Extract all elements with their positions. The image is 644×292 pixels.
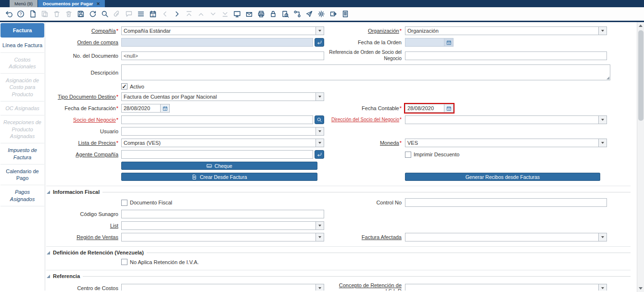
resize-grip-icon[interactable] xyxy=(606,76,609,79)
chevron-down-icon[interactable] xyxy=(598,27,606,35)
codigo-sunagro-input[interactable] xyxy=(121,210,324,218)
moneda-combobox[interactable]: VES xyxy=(405,139,607,147)
chevron-down-icon[interactable] xyxy=(316,284,324,291)
agente-compania-lookup-button[interactable] xyxy=(315,150,324,159)
sidebar-tab-calendario-de-pago[interactable]: Calendario de Pago xyxy=(0,165,44,186)
agente-compania-label[interactable]: Agente Compañía xyxy=(45,152,121,157)
socio-negocio-search-button[interactable] xyxy=(315,115,324,124)
orden-compra-lookup-button[interactable] xyxy=(315,38,324,47)
region-ventas-combobox[interactable] xyxy=(121,233,324,241)
chevron-down-icon[interactable] xyxy=(598,139,606,147)
chevron-down-icon[interactable] xyxy=(316,127,324,135)
chevron-down-icon[interactable] xyxy=(316,233,324,241)
close-tab-icon[interactable]: ✕ xyxy=(97,1,101,6)
vertical-scrollbar[interactable] xyxy=(637,22,644,292)
help-button[interactable] xyxy=(15,8,26,20)
fecha-facturacion-datefield[interactable] xyxy=(121,104,170,113)
calendar-icon[interactable] xyxy=(444,104,454,113)
activo-checkbox[interactable]: ✓ Activo xyxy=(121,83,144,89)
generar-recibos-button[interactable]: Generar Recibos desde Facturas xyxy=(405,173,600,181)
list-label[interactable]: List xyxy=(45,223,121,229)
direccion-socio-label[interactable]: Dirección del Socio del Negocio* xyxy=(324,117,405,123)
sidebar-tab-factura[interactable]: Factura xyxy=(0,23,44,38)
chevron-down-icon[interactable] xyxy=(316,222,324,229)
no-aplica-retencion-iva-checkbox[interactable]: No Aplica Retención de I.V.A. xyxy=(121,259,199,265)
chevron-down-icon[interactable] xyxy=(316,93,324,101)
factura-afectada-combobox[interactable] xyxy=(405,233,607,241)
chevron-down-icon[interactable] xyxy=(598,284,606,291)
section-referencia[interactable]: Referencia xyxy=(46,270,631,279)
referencia-orden-input[interactable] xyxy=(405,51,607,60)
send-request-button[interactable] xyxy=(303,8,315,20)
crear-desde-factura-button[interactable]: Crear Desde Factura xyxy=(121,173,317,181)
calendar-button[interactable] xyxy=(147,8,159,20)
centro-costos-label[interactable]: Centro de Costos xyxy=(45,285,121,291)
sidebar-tab-pagos-asignados[interactable]: Pagos Asignados xyxy=(0,185,44,206)
organizacion-combobox[interactable]: Organización xyxy=(405,26,607,35)
scrollbar-thumb[interactable] xyxy=(638,30,644,121)
collapse-icon[interactable] xyxy=(47,275,50,278)
export-button[interactable] xyxy=(328,8,339,20)
tipo-documento-label[interactable]: Tipo Documento Destino* xyxy=(45,94,121,100)
refresh-button[interactable] xyxy=(87,8,99,20)
tipo-documento-combobox[interactable]: Factura de Cuentas por Pagar Nacional xyxy=(121,92,324,101)
grid-toggle-button[interactable] xyxy=(135,8,147,20)
list-combobox[interactable] xyxy=(121,221,324,230)
section-definicion-retencion[interactable]: Definición de Retención (Venezuela) xyxy=(46,246,631,255)
archive-button[interactable] xyxy=(243,8,255,20)
socio-negocio-input[interactable] xyxy=(121,115,313,124)
help-icon xyxy=(17,10,25,18)
preferences-button[interactable] xyxy=(316,8,327,20)
socio-negocio-label[interactable]: Socio del Negocio* xyxy=(45,117,121,123)
usuario-combobox[interactable] xyxy=(121,127,324,136)
descripcion-textarea[interactable] xyxy=(121,64,610,80)
region-ventas-label[interactable]: Región de Ventas xyxy=(45,234,121,240)
fecha-contable-datefield[interactable] xyxy=(405,104,454,113)
control-no-input[interactable] xyxy=(405,198,607,207)
section-informacion-fiscal[interactable]: Informacion Fiscal xyxy=(46,186,631,195)
workflow-button[interactable] xyxy=(291,8,303,20)
compania-combobox[interactable]: Compañía Estándar xyxy=(121,26,324,35)
collapse-icon[interactable] xyxy=(47,251,50,254)
no-documento-input[interactable] xyxy=(121,51,324,60)
zoom-across-button[interactable] xyxy=(279,8,291,20)
tab-menu[interactable]: Menú (9) xyxy=(10,0,38,7)
documento-fiscal-checkbox[interactable]: Documento Fiscal xyxy=(121,200,172,206)
sidebar-tab-linea-de-factura[interactable]: Línea de Factura xyxy=(0,38,44,52)
save-button[interactable] xyxy=(75,8,87,20)
find-button[interactable] xyxy=(99,8,111,20)
tab-documentos-por-pagar[interactable]: Documentos por Pagar ✕ xyxy=(38,0,105,7)
lista-precios-label[interactable]: Lista de Precios* xyxy=(45,140,121,146)
lock-button[interactable] xyxy=(267,8,279,20)
moneda-label[interactable]: Moneda* xyxy=(324,140,405,146)
concepto-islr-label[interactable]: Concepto de Retención de I.S.L.R xyxy=(324,282,405,291)
new-record-button[interactable] xyxy=(27,8,38,20)
imprimir-descuento-checkbox[interactable]: Imprimir Descuento xyxy=(405,152,459,158)
report-button[interactable] xyxy=(231,8,243,20)
next-record-button[interactable] xyxy=(171,8,183,20)
factura-afectada-label[interactable]: Factura Afectada xyxy=(324,234,405,240)
cheque-button[interactable]: Cheque xyxy=(121,162,317,170)
scroll-up-icon[interactable] xyxy=(637,22,644,29)
centro-costos-combobox[interactable] xyxy=(121,284,324,291)
lista-precios-combobox[interactable]: Compras (VES) xyxy=(121,139,324,147)
scroll-down-icon[interactable] xyxy=(637,285,644,292)
chevron-down-icon[interactable] xyxy=(316,27,324,35)
undo-button[interactable] xyxy=(3,8,14,20)
print-preview-button[interactable] xyxy=(340,8,351,20)
chevron-down-icon[interactable] xyxy=(316,139,324,147)
sidebar-tab-impuesto-de-factura[interactable]: Impuesto de Factura xyxy=(0,143,44,165)
chevron-down-icon[interactable] xyxy=(598,116,606,124)
agente-compania-input[interactable] xyxy=(121,150,313,159)
direccion-socio-combobox[interactable] xyxy=(405,115,607,124)
concepto-islr-combobox[interactable] xyxy=(405,284,607,291)
calendar-icon[interactable] xyxy=(161,104,170,113)
organizacion-label[interactable]: Organización* xyxy=(324,28,405,34)
print-button[interactable] xyxy=(255,8,267,20)
collapse-icon[interactable] xyxy=(47,190,50,194)
orden-compra-label[interactable]: Orden de compra xyxy=(45,39,121,45)
fecha-facturacion-input[interactable] xyxy=(121,104,161,113)
chevron-down-icon[interactable] xyxy=(598,233,606,241)
compania-label[interactable]: Compañía* xyxy=(45,28,121,34)
fecha-contable-input[interactable] xyxy=(405,104,444,113)
